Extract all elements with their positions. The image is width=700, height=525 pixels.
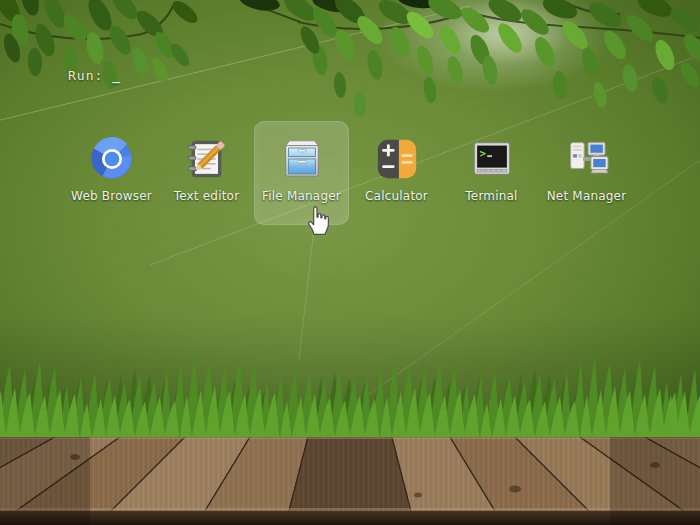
file-cabinet-icon: [279, 136, 325, 182]
network-computers-icon: [564, 136, 610, 182]
desktop-icon-terminal[interactable]: > Terminal: [444, 121, 539, 225]
desktop-icon-calculator[interactable]: Calculator: [349, 121, 444, 225]
icon-label: Terminal: [465, 189, 517, 203]
text-cursor: _: [112, 68, 121, 83]
grass-decoration: [0, 345, 700, 440]
svg-text:>: >: [479, 147, 485, 159]
desktop-icon-net-manager[interactable]: Net Manager: [539, 121, 634, 225]
desktop-icon-text-editor[interactable]: Text editor: [159, 121, 254, 225]
icon-label: Net Manager: [547, 189, 627, 203]
icon-label: File Manager: [262, 189, 341, 203]
desktop-icon-web-browser[interactable]: Web Browser: [64, 121, 159, 225]
terminal-icon: >: [469, 136, 515, 182]
icon-label: Text editor: [174, 189, 240, 203]
run-prompt-label: Run:: [68, 68, 103, 83]
run-prompt[interactable]: Run:_: [68, 68, 121, 83]
wood-deck: [0, 437, 700, 525]
calculator-icon: [374, 136, 420, 182]
notepad-pencil-icon: [184, 136, 230, 182]
chromium-browser-icon: [89, 136, 135, 182]
light-haze-small: [425, 0, 595, 80]
desktop-icon-row: Web Browser: [64, 121, 634, 225]
icon-label: Calculator: [365, 189, 428, 203]
desktop-icon-file-manager[interactable]: File Manager: [254, 121, 349, 225]
icon-label: Web Browser: [71, 189, 152, 203]
